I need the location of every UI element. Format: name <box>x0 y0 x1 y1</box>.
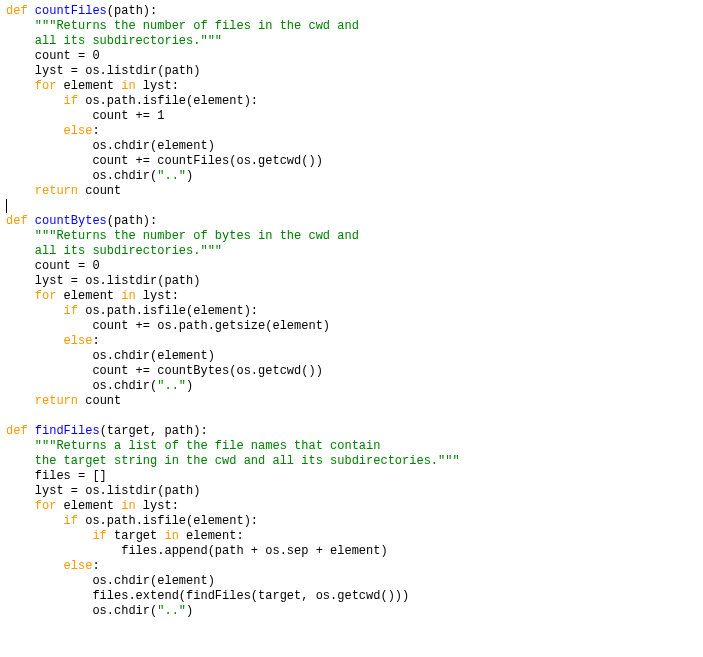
code-token: element <box>56 499 121 513</box>
line-13[interactable]: return count <box>6 184 703 199</box>
code-token <box>28 4 35 18</box>
line-12[interactable]: os.chdir("..") <box>6 169 703 184</box>
code-token: files = [] <box>6 469 107 483</box>
code-token <box>28 424 35 438</box>
line-09[interactable]: else: <box>6 124 703 139</box>
code-token: os.chdir(element) <box>6 349 215 363</box>
line-14[interactable] <box>6 199 703 214</box>
code-token <box>6 124 64 138</box>
line-11[interactable]: count += countFiles(os.getcwd()) <box>6 154 703 169</box>
code-token: in <box>121 499 135 513</box>
code-token <box>6 559 64 573</box>
code-token <box>6 289 35 303</box>
line-23[interactable]: else: <box>6 334 703 349</box>
code-token: def <box>6 424 28 438</box>
code-token: def <box>6 4 28 18</box>
code-token: lyst: <box>136 289 179 303</box>
code-token: ".." <box>157 169 186 183</box>
code-token <box>6 529 92 543</box>
code-token: lyst = os.listdir(path) <box>6 274 200 288</box>
line-19[interactable]: lyst = os.listdir(path) <box>6 274 703 289</box>
code-token: count += os.path.getsize(element) <box>6 319 330 333</box>
line-28[interactable] <box>6 409 703 424</box>
code-token: os.chdir(element) <box>6 574 215 588</box>
line-16[interactable]: """Returns the number of bytes in the cw… <box>6 229 703 244</box>
code-token: target <box>107 529 165 543</box>
code-token: count = 0 <box>6 259 100 273</box>
line-31[interactable]: the target string in the cwd and all its… <box>6 454 703 469</box>
code-token <box>6 19 35 33</box>
code-editor[interactable]: def countFiles(path): """Returns the num… <box>0 0 703 623</box>
code-token: in <box>164 529 178 543</box>
code-token <box>6 304 64 318</box>
line-10[interactable]: os.chdir(element) <box>6 139 703 154</box>
line-21[interactable]: if os.path.isfile(element): <box>6 304 703 319</box>
code-token: for <box>35 289 57 303</box>
code-token: ) <box>186 379 193 393</box>
code-token: os.path.isfile(element): <box>78 94 258 108</box>
line-25[interactable]: count += countBytes(os.getcwd()) <box>6 364 703 379</box>
code-token <box>6 334 64 348</box>
code-token <box>6 439 35 453</box>
line-26[interactable]: os.chdir("..") <box>6 379 703 394</box>
line-20[interactable]: for element in lyst: <box>6 289 703 304</box>
code-token: : <box>92 559 99 573</box>
code-token: """Returns the number of files in the cw… <box>35 19 359 33</box>
code-token <box>6 184 35 198</box>
line-33[interactable]: lyst = os.listdir(path) <box>6 484 703 499</box>
line-15[interactable]: def countBytes(path): <box>6 214 703 229</box>
line-04[interactable]: count = 0 <box>6 49 703 64</box>
line-18[interactable]: count = 0 <box>6 259 703 274</box>
code-token <box>6 514 64 528</box>
line-38[interactable]: else: <box>6 559 703 574</box>
code-token: all its subdirectories.""" <box>6 244 222 258</box>
code-token: ".." <box>157 604 186 618</box>
code-token: ) <box>186 169 193 183</box>
line-06[interactable]: for element in lyst: <box>6 79 703 94</box>
code-token: count += 1 <box>6 109 164 123</box>
code-token: os.chdir( <box>6 604 157 618</box>
code-token: files.append(path + os.sep + element) <box>6 544 388 558</box>
code-token: element <box>56 289 121 303</box>
code-token: ".." <box>157 379 186 393</box>
code-token: if <box>64 94 78 108</box>
code-token: for <box>35 499 57 513</box>
line-07[interactable]: if os.path.isfile(element): <box>6 94 703 109</box>
line-17[interactable]: all its subdirectories.""" <box>6 244 703 259</box>
line-29[interactable]: def findFiles(target, path): <box>6 424 703 439</box>
line-35[interactable]: if os.path.isfile(element): <box>6 514 703 529</box>
code-token: (target, path): <box>100 424 208 438</box>
line-39[interactable]: os.chdir(element) <box>6 574 703 589</box>
code-token: count <box>78 184 121 198</box>
code-token <box>28 214 35 228</box>
code-token: lyst = os.listdir(path) <box>6 64 200 78</box>
code-token: element <box>56 79 121 93</box>
code-token: lyst = os.listdir(path) <box>6 484 200 498</box>
line-32[interactable]: files = [] <box>6 469 703 484</box>
code-token <box>6 394 35 408</box>
code-token <box>6 499 35 513</box>
line-02[interactable]: """Returns the number of files in the cw… <box>6 19 703 34</box>
line-22[interactable]: count += os.path.getsize(element) <box>6 319 703 334</box>
line-01[interactable]: def countFiles(path): <box>6 4 703 19</box>
line-37[interactable]: files.append(path + os.sep + element) <box>6 544 703 559</box>
line-34[interactable]: for element in lyst: <box>6 499 703 514</box>
code-token: os.path.isfile(element): <box>78 304 258 318</box>
code-token: """Returns the number of bytes in the cw… <box>35 229 359 243</box>
line-36[interactable]: if target in element: <box>6 529 703 544</box>
line-41[interactable]: os.chdir("..") <box>6 604 703 619</box>
line-27[interactable]: return count <box>6 394 703 409</box>
line-08[interactable]: count += 1 <box>6 109 703 124</box>
code-token: the target string in the cwd and all its… <box>6 454 460 468</box>
code-token <box>6 94 64 108</box>
code-token: os.path.isfile(element): <box>78 514 258 528</box>
line-03[interactable]: all its subdirectories.""" <box>6 34 703 49</box>
code-token: lyst: <box>136 79 179 93</box>
code-token: findFiles <box>35 424 100 438</box>
line-40[interactable]: files.extend(findFiles(target, os.getcwd… <box>6 589 703 604</box>
code-token: return <box>35 394 78 408</box>
line-30[interactable]: """Returns a list of the file names that… <box>6 439 703 454</box>
line-05[interactable]: lyst = os.listdir(path) <box>6 64 703 79</box>
code-token: if <box>92 529 106 543</box>
line-24[interactable]: os.chdir(element) <box>6 349 703 364</box>
